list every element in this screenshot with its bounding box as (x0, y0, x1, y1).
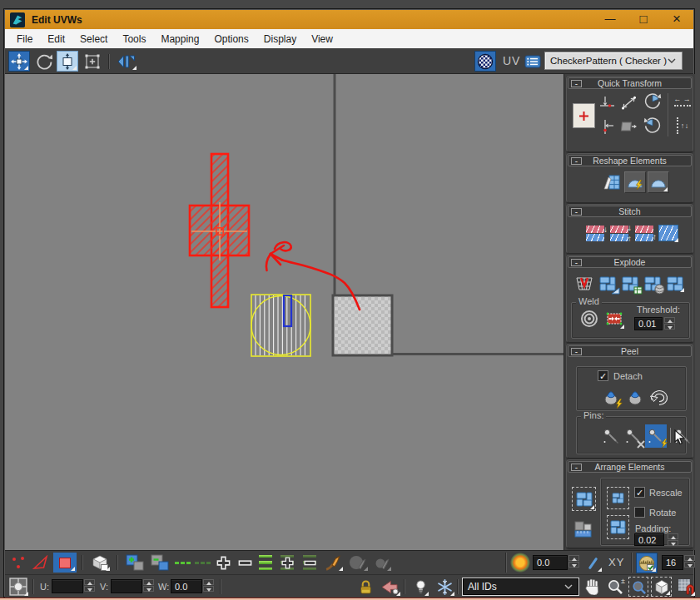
falloff-spinner[interactable] (568, 555, 579, 568)
zoom-extents-button[interactable] (651, 577, 672, 597)
v-spinner[interactable] (143, 579, 154, 592)
absolute-mode-button[interactable] (7, 577, 29, 597)
menu-mapping[interactable]: Mapping (153, 29, 206, 48)
freeform-mode-button[interactable] (82, 51, 103, 72)
straighten-selection-button[interactable] (601, 171, 623, 193)
maximize-button[interactable]: □ (627, 10, 660, 29)
section-header[interactable]: -Quick Transform (568, 77, 692, 89)
unpin-tool-button[interactable] (623, 424, 643, 448)
reset-peel-button[interactable] (647, 385, 669, 409)
planar-align-button[interactable] (619, 117, 638, 136)
spinner-up[interactable] (84, 579, 95, 585)
align-angle-button[interactable] (619, 93, 638, 112)
show-map-toggle[interactable] (474, 51, 496, 72)
align-horizontal-button[interactable] (598, 117, 617, 136)
rotate-cw-button[interactable] (642, 115, 663, 136)
section-header[interactable]: -Arrange Elements (568, 461, 692, 473)
menu-select[interactable]: Select (72, 29, 115, 48)
zoom-region-button[interactable] (628, 577, 648, 597)
spinner-down[interactable] (84, 586, 95, 592)
auto-pin-button[interactable] (645, 424, 667, 448)
pan-button[interactable] (583, 577, 603, 597)
collapse-icon[interactable]: - (571, 348, 582, 355)
stitch-to-target-button[interactable]: ↓ ↑ (608, 222, 631, 244)
flatten-by-material-button[interactable] (619, 274, 641, 294)
snap-toggle-button[interactable] (675, 577, 696, 597)
filter-selected-faces-button[interactable] (378, 577, 401, 597)
spinner-down[interactable] (668, 540, 678, 546)
show-hidden-button[interactable] (411, 577, 429, 597)
collapse-icon[interactable]: - (571, 464, 582, 471)
relax-button[interactable] (648, 171, 669, 193)
menu-options[interactable]: Options (206, 29, 256, 48)
face-mode-button[interactable] (53, 553, 77, 573)
rescale-elements-button[interactable] (572, 516, 596, 542)
relax-until-flat-button[interactable] (624, 171, 646, 193)
flatten-by-smoothing-button[interactable] (642, 274, 663, 294)
padding-field[interactable]: 0.02 (634, 533, 664, 546)
threshold-field[interactable]: 0.01 (634, 317, 663, 330)
collapse-icon[interactable]: - (571, 80, 582, 87)
section-header[interactable]: -Stitch (568, 206, 692, 217)
threshold-spinner[interactable] (664, 317, 675, 330)
shrink-edge-selection-button[interactable] (235, 553, 255, 573)
section-header[interactable]: -Explode (568, 256, 692, 268)
soft-selection-falloff-icon[interactable] (510, 553, 530, 573)
spinner-down[interactable] (568, 562, 579, 568)
shrink-loop-button[interactable] (300, 553, 320, 573)
flatten-by-angle-button[interactable] (597, 274, 618, 294)
v-field[interactable] (111, 579, 142, 593)
rotate-tool-button[interactable] (33, 51, 55, 72)
grow-loop-button[interactable] (276, 553, 298, 573)
flatten-mapping-button[interactable] (664, 274, 686, 294)
w-spinner[interactable] (203, 579, 214, 592)
select-edge-dashes-dim-button[interactable] (193, 553, 211, 573)
spinner-up[interactable] (143, 579, 154, 585)
section-header[interactable]: -Peel (568, 345, 692, 357)
select-edge-dashes-button[interactable] (173, 553, 191, 573)
spinner-up[interactable] (684, 555, 695, 561)
break-button[interactable] (573, 274, 595, 294)
paint-select-button[interactable] (321, 553, 345, 573)
scale-tool-button[interactable] (57, 51, 78, 72)
space-vertical-button[interactable]: ↑ ↓ (672, 115, 693, 136)
pack-together-button[interactable] (607, 487, 629, 509)
options-panel-button[interactable] (523, 51, 543, 72)
grid-size-spinner[interactable] (684, 555, 695, 568)
paint-select-falloff-button[interactable] (346, 553, 370, 573)
edge-mode-button[interactable] (30, 553, 52, 573)
weld-selected-button[interactable] (603, 307, 626, 330)
collapse-icon[interactable]: - (571, 157, 582, 165)
falloff-space-label[interactable]: XY (608, 556, 624, 568)
show-pins-button[interactable] (673, 424, 693, 448)
move-selected-button[interactable] (573, 103, 595, 128)
close-button[interactable]: × (660, 10, 693, 29)
spinner-down[interactable] (143, 586, 154, 592)
stitch-source-button[interactable]: ↑ (633, 222, 656, 244)
title-bar[interactable]: Edit UVWs — □ × (5, 10, 693, 29)
vertex-mode-button[interactable] (8, 553, 28, 573)
mirror-tool-button[interactable] (113, 51, 138, 72)
menu-display[interactable]: Display (256, 29, 304, 48)
falloff-type-button[interactable] (584, 554, 603, 573)
uv-space-label[interactable]: UV (503, 54, 520, 67)
spinner-up[interactable] (664, 317, 675, 323)
collapse-icon[interactable]: - (571, 208, 582, 216)
rotate-checkbox[interactable] (634, 507, 645, 518)
lock-selection-button[interactable] (355, 577, 375, 597)
menu-view[interactable]: View (304, 29, 340, 48)
menu-file[interactable]: File (9, 29, 40, 48)
spinner-down[interactable] (664, 324, 675, 330)
edge-loop-button[interactable] (256, 553, 275, 573)
peel-mode-button[interactable] (623, 385, 646, 409)
spinner-up[interactable] (668, 533, 678, 539)
collapse-icon[interactable]: - (571, 259, 582, 266)
target-weld-button[interactable] (578, 307, 600, 330)
spinner-down[interactable] (203, 586, 214, 592)
rotate-ccw-button[interactable] (642, 92, 663, 112)
spinner-up[interactable] (203, 579, 214, 585)
paint-select-size-button[interactable] (371, 553, 393, 573)
falloff-value-field[interactable]: 0.0 (533, 555, 568, 570)
grid-snap-toggle[interactable] (636, 553, 658, 573)
detach-checkbox[interactable]: ✓ (598, 370, 608, 381)
